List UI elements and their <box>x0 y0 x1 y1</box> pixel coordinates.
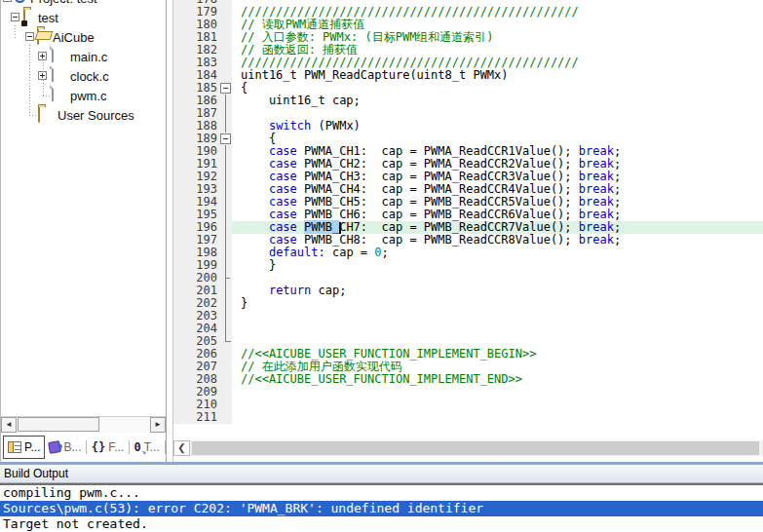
code-line-186[interactable]: 186 uint16_t cap; <box>173 95 763 107</box>
code-text: } <box>232 259 763 272</box>
fold-margin <box>219 259 232 272</box>
expand-icon[interactable] <box>38 71 47 80</box>
build-output-title: Build Output <box>4 467 68 480</box>
scroll-left-icon[interactable]: ❮ <box>173 440 190 456</box>
tree-item-main-c[interactable]: main.c <box>1 47 166 66</box>
code-line-184[interactable]: 184uint16_t PWM_ReadCapture(uint8_t PWMx… <box>173 69 763 82</box>
fold-margin <box>219 31 232 44</box>
code-line-203[interactable]: 203 <box>173 310 763 323</box>
code-line-204[interactable]: 204 <box>173 323 763 335</box>
editor-horizontal-scrollbar[interactable]: ❮ <box>173 440 763 456</box>
file-icon <box>52 85 54 101</box>
fold-margin <box>219 285 232 297</box>
code-text: switch (PWMx) <box>232 120 763 133</box>
code-line-210[interactable]: 210 <box>173 399 763 411</box>
build-output-panel[interactable]: compiling pwm.c...Sources\pwm.c(53): err… <box>0 483 763 532</box>
fold-margin <box>219 310 232 323</box>
file-icon <box>52 65 54 82</box>
code-line-201[interactable]: 201 return cap; <box>173 285 763 297</box>
project-target-icon <box>15 0 25 3</box>
ide-window: Project: testtestAiCubemain.cclock.cpwm.… <box>0 0 763 532</box>
tree-item-label: pwm.c <box>70 89 107 103</box>
build-output-error-line[interactable]: Sources\pwm.c(53): error C202: 'PWMA_BRK… <box>0 501 763 516</box>
code-text <box>232 310 763 323</box>
tab-project-label: P... <box>24 440 40 454</box>
tree-item-pwm-c[interactable]: pwm.c <box>1 86 166 105</box>
file-icon <box>52 46 54 62</box>
fold-margin <box>219 399 232 411</box>
tree-item-label: main.c <box>70 50 107 64</box>
open-folder-icon <box>37 28 39 45</box>
scroll-right-icon[interactable]: ► <box>150 417 166 433</box>
code-text <box>232 386 763 399</box>
project-sidebar: Project: testtestAiCubemain.cclock.cpwm.… <box>0 0 166 462</box>
code-text: default: cap = 0; <box>232 247 763 259</box>
tab-books-label: B... <box>63 440 81 454</box>
build-output-line[interactable]: compiling pwm.c... <box>0 485 763 501</box>
fold-margin <box>219 335 232 348</box>
scrollbar-track[interactable] <box>190 440 763 456</box>
project-tab-icon <box>8 441 21 453</box>
tree-item-clock-c[interactable]: clock.c <box>1 66 166 86</box>
fold-margin <box>219 44 232 57</box>
tab-templates[interactable]: 0 T... <box>130 437 163 458</box>
scrollbar-thumb[interactable] <box>18 417 99 432</box>
fold-margin <box>219 145 232 158</box>
tab-project[interactable]: P... <box>3 436 45 459</box>
code-text: uint16_t PWM_ReadCapture(uint8_t PWMx) <box>232 69 763 82</box>
tree-item-label: User Sources <box>57 108 134 123</box>
collapse-icon[interactable] <box>25 32 34 41</box>
fold-margin <box>219 373 232 386</box>
fold-margin <box>219 107 232 120</box>
code-line-211[interactable]: 211 <box>173 411 763 424</box>
tree-horizontal-scrollbar[interactable]: ◄ ► <box>1 416 166 433</box>
books-tab-icon <box>49 440 62 454</box>
fold-collapse-icon[interactable] <box>219 82 232 95</box>
build-output-line[interactable]: Target not created. <box>0 516 763 532</box>
fold-margin <box>219 19 232 31</box>
code-editor[interactable]: 178179//////////////////////////////////… <box>173 0 763 437</box>
fold-margin <box>219 411 232 424</box>
gear-dot-icon <box>21 20 27 26</box>
fold-margin <box>219 297 232 310</box>
tab-books[interactable]: B... <box>45 437 85 458</box>
functions-tab-icon: {} <box>92 440 105 454</box>
fold-margin <box>219 386 232 399</box>
scrollbar-track[interactable] <box>17 417 150 433</box>
tree-item-label: AiCube <box>53 30 95 45</box>
expand-icon[interactable] <box>38 52 47 60</box>
templates-tab-icon: 0 <box>134 440 140 454</box>
tab-functions[interactable]: {} F... <box>88 437 128 458</box>
tree-item-user-sources[interactable]: User Sources <box>1 105 166 125</box>
fold-margin <box>219 361 232 373</box>
collapse-icon[interactable] <box>11 13 19 21</box>
build-output-header: Build Output <box>0 465 763 483</box>
project-tree[interactable]: Project: testtestAiCubemain.cclock.cpwm.… <box>1 0 166 416</box>
line-number: 211 <box>173 411 219 424</box>
tree-item-label: Project: test <box>30 0 97 6</box>
tree-item-test[interactable]: test <box>1 8 166 27</box>
code-line-208[interactable]: 208//<<AICUBE_USER_FUNCTION_IMPLEMENT_EN… <box>173 373 763 386</box>
code-text: uint16_t cap; <box>232 95 763 107</box>
fold-margin <box>219 272 232 285</box>
target-folder-icon <box>23 9 25 25</box>
scrollbar-thumb[interactable] <box>192 441 759 455</box>
collapse-icon[interactable] <box>3 0 12 2</box>
code-editor-pane: 178179//////////////////////////////////… <box>173 0 763 462</box>
tree-item-label: test <box>38 11 58 25</box>
fold-margin <box>219 209 232 221</box>
fold-margin <box>219 95 232 107</box>
code-text <box>232 411 763 424</box>
fold-margin <box>219 57 232 69</box>
closed-folder-icon <box>38 106 40 123</box>
code-line-199[interactable]: 199 } <box>173 259 763 272</box>
scroll-left-icon[interactable]: ◄ <box>1 417 17 433</box>
fold-margin <box>219 69 232 82</box>
sidebar-splitter[interactable] <box>166 0 173 462</box>
code-text: return cap; <box>232 285 763 297</box>
code-line-202[interactable]: 202} <box>173 297 763 310</box>
fold-margin <box>219 120 232 133</box>
tree-item-aicube[interactable]: AiCube <box>1 27 166 47</box>
fold-collapse-icon[interactable] <box>219 133 232 145</box>
code-line-209[interactable]: 209 <box>173 386 763 399</box>
